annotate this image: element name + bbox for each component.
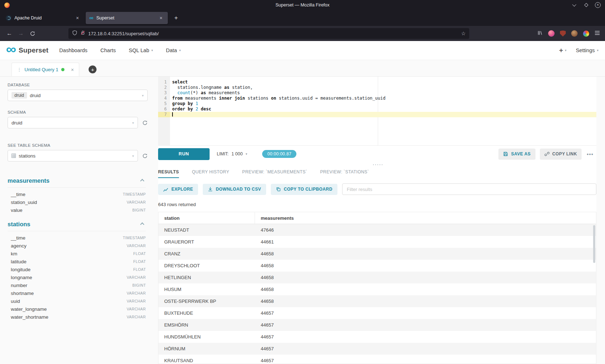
query-tab-close-icon[interactable]: ×	[71, 67, 74, 73]
collapse-chevron-icon[interactable]	[140, 179, 144, 183]
tab-close-icon[interactable]: ×	[74, 15, 81, 21]
more-options-icon[interactable]: •••	[587, 151, 593, 157]
explore-button[interactable]: EXPLORE	[158, 184, 198, 195]
database-select[interactable]: druid druid ▾	[8, 90, 148, 101]
collapse-chevron-icon[interactable]	[140, 222, 144, 226]
code-line[interactable]: count(*) as measurements	[170, 90, 596, 96]
add-new-button[interactable]: + ▾	[559, 46, 566, 54]
pane-resize-handle[interactable]	[158, 162, 596, 167]
table-row[interactable]: GRAUERORT44661	[158, 236, 596, 248]
table-row[interactable]: NEUSTADT47646	[158, 224, 596, 236]
sql-editor[interactable]: 1234567 select stations.longname as stat…	[158, 77, 596, 146]
column-name: __time	[11, 235, 26, 241]
query-tab-strip: ⋮ Untitled Query 1 × +	[0, 60, 605, 77]
account-avatar-icon[interactable]	[548, 30, 555, 37]
caret-down-icon: ▾	[132, 121, 134, 125]
table-row[interactable]: EMSHÖRN44657	[158, 319, 596, 331]
window-maximize-icon[interactable]	[583, 2, 589, 8]
editor-toolbar: RUN LIMIT: 1 000 ▾ 00:00:00.87 SAVE AS C…	[158, 146, 596, 162]
bookmark-star-icon[interactable]: ☆	[461, 31, 466, 36]
reload-icon[interactable]	[27, 28, 38, 39]
code-token: from	[172, 96, 183, 101]
results-tab-query-history[interactable]: QUERY HISTORY	[192, 169, 229, 178]
add-query-tab-button[interactable]: +	[89, 65, 97, 73]
browser-tab-superset[interactable]: ∞ Superset ×	[86, 12, 168, 24]
code-line[interactable]	[170, 112, 596, 117]
table-row[interactable]: KRAUTSAND44657	[158, 355, 596, 364]
save-as-button[interactable]: SAVE AS	[498, 149, 535, 160]
url-bar[interactable]: 172.18.0.4:32251/superset/sqllab/ ☆	[68, 28, 469, 39]
firefox-app-icon[interactable]	[4, 3, 10, 8]
tab-close-icon[interactable]: ×	[158, 15, 164, 21]
table-schema-header[interactable]: stations	[8, 219, 146, 231]
code-token	[193, 101, 196, 106]
table-row[interactable]: HÖRNUM44657	[158, 343, 596, 355]
code-line[interactable]: order by 2 desc	[170, 106, 596, 112]
code-token: as	[201, 90, 206, 95]
nav-item-sql-lab[interactable]: SQL Lab▾	[129, 47, 153, 53]
table-row[interactable]: OSTE-SPERRWERK BP44658	[158, 295, 596, 307]
column-name: latitude	[11, 259, 27, 264]
copy-link-button[interactable]: COPY LINK	[540, 149, 582, 160]
results-scrollbar[interactable]	[593, 225, 595, 263]
results-table: stationmeasurements NEUSTADT47646GRAUERO…	[158, 212, 596, 364]
table-select[interactable]: stations ▾	[8, 150, 138, 161]
window-close-icon[interactable]: ×	[595, 2, 601, 8]
window-minimize-icon[interactable]	[572, 2, 578, 8]
schema-select[interactable]: druid ▾	[8, 117, 138, 128]
code-line[interactable]: from measurements inner join stations on…	[170, 96, 596, 101]
code-line[interactable]: group by 1	[170, 101, 596, 106]
results-tab-preview-measurements[interactable]: PREVIEW: `MEASUREMENTS`	[242, 169, 307, 178]
forward-icon[interactable]: →	[15, 28, 27, 39]
refresh-schema-icon[interactable]	[142, 120, 148, 126]
run-button[interactable]: RUN	[158, 148, 210, 160]
column-name: longname	[11, 275, 32, 280]
nav-item-charts[interactable]: Charts	[100, 47, 116, 53]
addon-pinwheel-icon[interactable]	[583, 31, 589, 37]
editor-code[interactable]: select stations.longname as station, cou…	[170, 77, 596, 145]
results-tab-results[interactable]: RESULTS	[158, 169, 179, 178]
table-row[interactable]: BUXTEHUDE44657	[158, 307, 596, 319]
south-tabs: RESULTSQUERY HISTORYPREVIEW: `MEASUREMEN…	[158, 167, 596, 178]
filter-results-input[interactable]	[342, 183, 596, 195]
nav-item-label: Dashboards	[59, 47, 88, 53]
insecure-lock-icon[interactable]	[80, 30, 85, 37]
results-tab-preview-stations[interactable]: PREVIEW: `STATIONS`	[320, 169, 369, 178]
column-row: shortnameVARCHAR	[8, 289, 146, 297]
copy-link-label: COPY LINK	[552, 151, 577, 156]
column-name: station_uuid	[11, 200, 37, 205]
code-token: measurements	[206, 90, 240, 95]
download-csv-button[interactable]: DOWNLOAD TO CSV	[203, 184, 266, 195]
nav-item-dashboards[interactable]: Dashboards	[59, 47, 88, 53]
column-header[interactable]: measurements	[255, 212, 596, 224]
drag-kebab-icon[interactable]: ⋮	[17, 67, 22, 72]
table-row[interactable]: HUSUM44658	[158, 283, 596, 295]
ublock-origin-icon[interactable]	[560, 31, 566, 37]
table-row[interactable]: HUNDSMÜHLEN44657	[158, 331, 596, 343]
table-row[interactable]: HETLINGEN44658	[158, 272, 596, 283]
superset-logo[interactable]: ∞ Superset	[6, 45, 49, 56]
download-csv-label: DOWNLOAD TO CSV	[216, 187, 261, 192]
code-line[interactable]: stations.longname as station,	[170, 85, 596, 90]
library-icon[interactable]	[537, 30, 543, 37]
addon-avatar-icon[interactable]	[571, 30, 578, 37]
menu-icon[interactable]	[595, 30, 600, 37]
browser-tab-bar: Apache Druid × ∞ Superset × +	[0, 10, 605, 26]
browser-tab-apache-druid[interactable]: Apache Druid ×	[2, 12, 84, 24]
table-schema-header[interactable]: measurements	[8, 176, 146, 188]
table-row[interactable]: DREYSCHLOOT44658	[158, 260, 596, 272]
settings-menu[interactable]: Settings ▾	[576, 47, 599, 53]
limit-dropdown[interactable]: LIMIT: 1 000 ▾	[217, 151, 247, 156]
refresh-table-icon[interactable]	[142, 153, 148, 159]
url-text[interactable]: 172.18.0.4:32251/superset/sqllab/	[88, 31, 159, 36]
copy-to-clipboard-button[interactable]: COPY TO CLIPBOARD	[271, 184, 337, 195]
column-header[interactable]: station	[158, 212, 255, 224]
query-tab-untitled-query-1[interactable]: ⋮ Untitled Query 1 ×	[12, 63, 79, 76]
table-row[interactable]: CRANZ44658	[158, 248, 596, 260]
nav-item-data[interactable]: Data▾	[166, 47, 181, 53]
new-tab-button[interactable]: +	[171, 13, 182, 23]
table-cell: 44658	[255, 260, 596, 272]
back-icon[interactable]: ←	[4, 28, 15, 39]
tracking-protection-shield-icon[interactable]	[72, 30, 77, 37]
code-line[interactable]: select	[170, 79, 596, 85]
